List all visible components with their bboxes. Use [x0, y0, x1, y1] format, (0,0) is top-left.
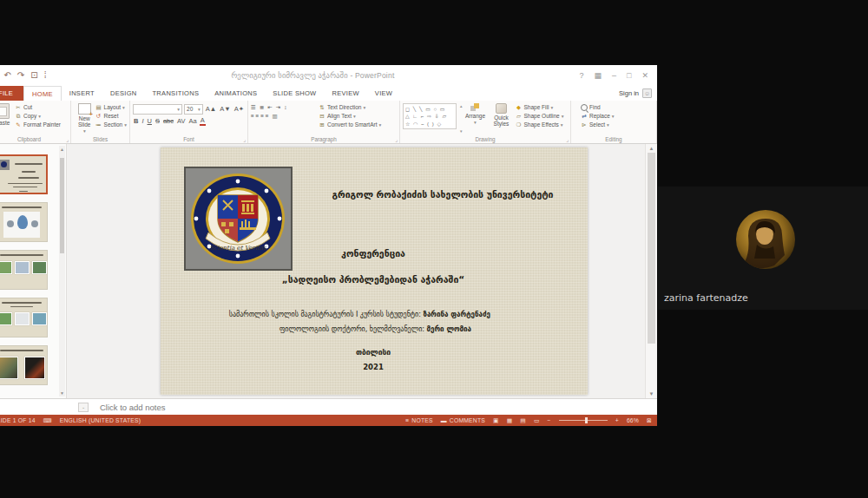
shrink-font-icon[interactable]: A▼ — [219, 105, 231, 113]
undo-icon[interactable]: ↶ — [3, 70, 10, 80]
reading-view-button[interactable]: ▤ — [520, 417, 526, 424]
section-button[interactable]: ≔ Section ▾ — [95, 121, 127, 128]
minimize-button[interactable]: – — [612, 71, 616, 80]
align-buttons-icon[interactable]: ≡ ≡ ≡ ≡ — [251, 113, 269, 119]
thumbnail-slide-4[interactable] — [0, 298, 48, 337]
tab-file[interactable]: FILE — [0, 86, 23, 101]
slide-scrollbar[interactable]: ▲ ▼ — [645, 144, 657, 398]
slide-student-line[interactable]: სამართლის სკოლის მაგისტრატურის I კურსის … — [161, 311, 490, 318]
paragraph-dialog-launcher-icon[interactable]: ⌟ — [395, 136, 398, 142]
zoom-percent[interactable]: 66% — [627, 417, 639, 423]
text-direction-button[interactable]: ⇅ Text Direction ▾ — [319, 104, 381, 111]
numbering-icon[interactable]: ≣ — [260, 104, 264, 111]
quick-styles-button[interactable]: Quick Styles — [487, 103, 515, 134]
close-button[interactable]: ✕ — [641, 71, 648, 80]
normal-view-button[interactable]: ▣ — [493, 417, 499, 424]
maximize-button[interactable]: □ — [627, 71, 631, 80]
comments-toggle-button[interactable]: ▬ COMMENTS — [441, 417, 485, 423]
slide-supervisor-line[interactable]: ფილოლოგიის დოქტორი, ხელმძღვანელი: მერი ლ… — [161, 325, 471, 333]
character-spacing-button[interactable]: AV — [176, 117, 186, 125]
reset-button[interactable]: ↺ Reset — [95, 113, 127, 120]
slide-year[interactable]: 2021 — [213, 363, 534, 371]
new-slide-button[interactable]: New Slide ▾ — [74, 103, 95, 134]
sign-in[interactable]: Sign in ☺ — [619, 86, 657, 101]
shape-outline-button[interactable]: ▱ Shape Outline ▾ — [515, 113, 563, 120]
tab-review[interactable]: REVIEW — [324, 86, 366, 101]
zoom-out-button[interactable]: − — [548, 417, 551, 423]
slide-conference[interactable]: კონფერენცია — [230, 248, 516, 259]
redo-icon[interactable]: ↷ — [17, 70, 24, 80]
ribbon-display-options-icon[interactable]: ▦ — [594, 71, 602, 80]
layout-button[interactable]: ▤ Layout ▾ — [95, 104, 127, 111]
notes-toggle-button[interactable]: ≡ NOTES — [405, 417, 433, 423]
slide-canvas[interactable]: Scientia et Veritas გრიგოლ რობაქიძის სახ… — [161, 147, 588, 395]
zoom-slider[interactable] — [559, 420, 608, 421]
thumbnail-scrollbar[interactable]: ▲ ▼ — [59, 146, 65, 396]
line-spacing-icon[interactable]: ↕ — [284, 104, 286, 110]
tab-insert[interactable]: INSERT — [62, 86, 102, 101]
notes-placeholder[interactable]: Click to add notes — [100, 403, 166, 412]
indent-more-icon[interactable]: ⇥ — [276, 104, 280, 111]
copy-caret-icon: ▾ — [38, 114, 41, 119]
format-painter-button[interactable]: ✎ Format Painter — [15, 121, 61, 128]
start-slideshow-icon[interactable]: ⊡ — [30, 70, 37, 80]
notes-splitter-icon[interactable]: ⌄ — [78, 403, 89, 412]
change-case-button[interactable]: Aa — [188, 117, 198, 125]
tab-design[interactable]: DESIGN — [102, 86, 145, 101]
slide-sorter-view-button[interactable]: ▦ — [507, 417, 513, 424]
zoom-slider-thumb[interactable] — [585, 417, 588, 423]
thumbnail-slide-1[interactable] — [0, 154, 48, 194]
align-text-button[interactable]: ⊟ Align Text ▾ — [319, 113, 381, 120]
slide-scroll-down-icon: ▼ — [646, 391, 657, 396]
slide-title-university[interactable]: გრიგოლ რობაქიძის სახელობის უნივერსიტეტი — [299, 189, 586, 200]
font-size-combobox[interactable]: 20 ▾ — [184, 104, 203, 115]
select-button[interactable]: ⊳ Select ▾ — [581, 121, 615, 128]
font-name-combobox[interactable]: ▾ — [133, 104, 182, 115]
strikethrough-button[interactable]: S — [155, 117, 161, 125]
shadow-button[interactable]: abc — [162, 117, 174, 125]
tab-home[interactable]: HOME — [23, 86, 62, 101]
font-dialog-launcher-icon[interactable]: ⌟ — [243, 136, 246, 142]
thumbnail-slide-3[interactable] — [0, 250, 48, 290]
shape-effects-button[interactable]: ❍ Shape Effects ▾ — [515, 121, 563, 128]
thumbnail-slide-5[interactable] — [0, 345, 48, 385]
tab-slideshow[interactable]: SLIDE SHOW — [265, 86, 324, 101]
indent-less-icon[interactable]: ⇤ — [267, 104, 272, 111]
find-button[interactable]: Find — [581, 104, 615, 111]
copy-button[interactable]: ⧉ Copy ▾ — [15, 113, 61, 120]
slide-topic[interactable]: „სადღეისო პრობლემებიდან აჭარაში“ — [213, 274, 534, 285]
grow-font-icon[interactable]: A▲ — [205, 105, 217, 113]
font-color-button[interactable]: A — [200, 116, 206, 126]
fit-slide-button[interactable]: ⊠ — [647, 417, 652, 424]
shape-effects-label: Shape Effects — [523, 121, 558, 128]
help-icon[interactable]: ? — [579, 71, 583, 80]
tab-transitions[interactable]: TRANSITIONS — [144, 86, 207, 101]
shapes-gallery[interactable]: ◻ ╲ ╲ ▭ ○ ▭ △ ∟ ⌐ ⇨ ⇩ ▱ ☆ ◠ ~ ( ) ◇ — [403, 103, 457, 129]
convert-smartart-button[interactable]: ⊞ Convert to SmartArt ▾ — [319, 121, 381, 128]
clipboard-group: Paste ✂ Cut ⧉ Copy ▾ ✎ Format Painter — [0, 101, 71, 143]
shape-fill-button[interactable]: ◆ Shape Fill ▾ — [515, 104, 563, 111]
slide-city[interactable]: თბილისი — [213, 348, 534, 357]
cut-button[interactable]: ✂ Cut — [15, 104, 61, 111]
bullets-icon[interactable]: ☰ — [251, 104, 256, 111]
columns-icon[interactable]: ▥ — [273, 113, 278, 120]
tab-animations[interactable]: ANIMATIONS — [207, 86, 265, 101]
notes-pane[interactable]: ⌄ Click to add notes — [0, 398, 657, 415]
clipboard-dialog-launcher-icon[interactable]: ⌟ — [66, 136, 69, 142]
bold-button[interactable]: B — [133, 117, 139, 125]
language-indicator[interactable]: ENGLISH (UNITED STATES) — [60, 417, 141, 423]
thumbnail-slide-2[interactable] — [0, 202, 48, 242]
align-text-caret-icon: ▾ — [353, 114, 356, 119]
zoom-in-button[interactable]: + — [615, 417, 619, 423]
arrange-button[interactable]: Arrange ▾ — [463, 103, 487, 134]
italic-button[interactable]: I — [141, 117, 144, 125]
replace-button[interactable]: ⇄ Replace ▾ — [581, 113, 615, 120]
slideshow-view-button[interactable]: ▭ — [534, 417, 540, 424]
clear-formatting-icon[interactable]: A✦ — [233, 105, 245, 113]
convert-smartart-caret-icon: ▾ — [378, 122, 381, 128]
select-caret-icon: ▾ — [607, 122, 609, 128]
drawing-dialog-launcher-icon[interactable]: ⌟ — [566, 136, 569, 142]
underline-button[interactable]: U — [147, 117, 153, 125]
paste-button[interactable]: Paste — [0, 103, 15, 134]
tab-view[interactable]: VIEW — [367, 86, 400, 101]
